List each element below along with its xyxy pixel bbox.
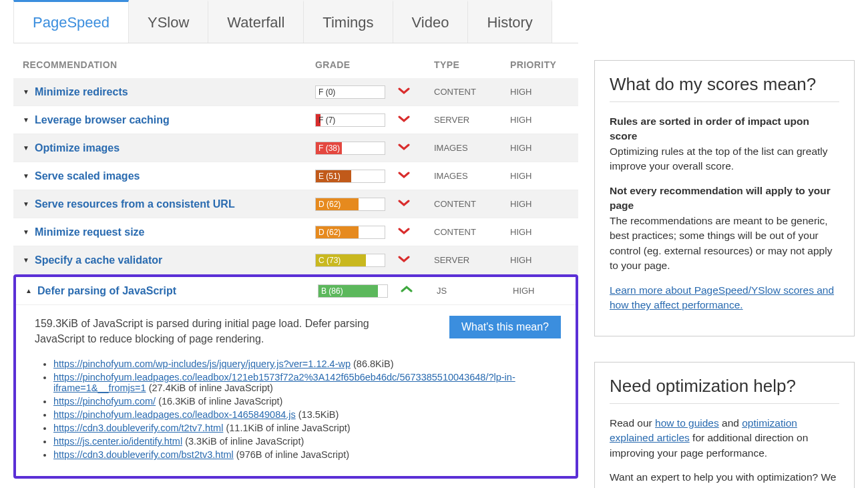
resource-link[interactable]: https://pinchofyum.com/ xyxy=(53,396,156,407)
tab-history[interactable]: History xyxy=(468,0,552,43)
type-value: CONTENT xyxy=(434,227,510,237)
priority-value: HIGH xyxy=(510,227,569,237)
list-item: https://js.center.io/identify.html (3.3K… xyxy=(53,435,557,448)
panel-title: What do my scores mean? xyxy=(610,74,839,95)
table-row[interactable]: ▼Serve resources from a consistent URLD … xyxy=(13,190,578,218)
tab-yslow[interactable]: YSlow xyxy=(129,0,208,43)
arrow-down-icon xyxy=(398,169,414,183)
resource-size: (3.3KiB of inline JavaScript) xyxy=(182,436,304,447)
type-value: IMAGES xyxy=(434,171,510,181)
tab-waterfall[interactable]: Waterfall xyxy=(208,0,304,43)
arrow-up-icon xyxy=(401,284,417,298)
tab-timings[interactable]: Timings xyxy=(304,0,393,43)
arrow-down-icon xyxy=(398,141,414,155)
table-row[interactable]: ▼Specify a cache validatorC (73)SERVERHI… xyxy=(13,246,578,274)
grade-cell: F (7) xyxy=(315,113,398,127)
grade-bar: F (0) xyxy=(315,85,385,99)
table-row[interactable]: ▼Optimize imagesF (38)IMAGESHIGH xyxy=(13,134,578,162)
list-item: https://cdn3.doubleverify.com/bst2tv3.ht… xyxy=(53,448,557,461)
type-value: CONTENT xyxy=(434,87,510,97)
grade-cell: F (38) xyxy=(315,142,398,155)
learn-more-link[interactable]: Learn more about PageSpeed/YSlow scores … xyxy=(610,284,834,310)
arrow-down-icon xyxy=(398,253,414,267)
chevron-down-icon: ▼ xyxy=(23,172,35,180)
header-type: TYPE xyxy=(434,59,510,70)
grade-cell: D (62) xyxy=(315,198,398,211)
table-row[interactable]: ▼Leverage browser cachingF (7)SERVERHIGH xyxy=(13,106,578,134)
resource-size: (16.3KiB of inline JavaScript) xyxy=(156,396,282,407)
recommendation-title[interactable]: Serve resources from a consistent URL xyxy=(35,198,315,210)
grade-label: D (62) xyxy=(316,200,341,209)
panel-text: Want an expert to help you with optimiza… xyxy=(610,470,839,488)
guides-link[interactable]: how to guides xyxy=(655,417,719,429)
panel-text: Optimizing rules at the top of the list … xyxy=(610,146,828,172)
main-content: PageSpeed YSlow Waterfall Timings Video … xyxy=(13,0,578,488)
recommendation-title[interactable]: Specify a cache validator xyxy=(35,254,315,266)
grade-cell: B (86) xyxy=(318,284,401,298)
resource-size: (86.8KiB) xyxy=(351,358,393,369)
recommendation-title[interactable]: Optimize images xyxy=(35,142,315,154)
grade-bar: D (62) xyxy=(315,198,385,211)
panel-text: The recommendations are meant to be gene… xyxy=(610,215,832,271)
arrow-down-icon xyxy=(398,197,414,211)
grade-cell: D (62) xyxy=(315,226,398,239)
tab-video[interactable]: Video xyxy=(393,0,469,43)
resource-size: (11.1KiB of inline JavaScript) xyxy=(223,423,350,433)
list-item: https://pinchofyum.leadpages.co/leadbox/… xyxy=(53,371,557,395)
resource-link[interactable]: https://js.center.io/identify.html xyxy=(53,436,182,447)
recommendation-title[interactable]: Minimize request size xyxy=(35,226,315,238)
grade-bar: D (62) xyxy=(315,226,385,239)
panel-text: Read our how to guides and optimization … xyxy=(610,416,839,461)
grade-label: F (38) xyxy=(316,144,340,153)
grade-bar: B (86) xyxy=(318,284,388,298)
resource-link[interactable]: https://cdn3.doubleverify.com/t2tv7.html xyxy=(53,423,223,433)
chevron-down-icon: ▼ xyxy=(23,256,35,264)
panel-subhead: Not every recommendation will apply to y… xyxy=(610,185,831,211)
chevron-up-icon: ▲ xyxy=(25,287,37,294)
whats-this-mean-button[interactable]: What's this mean? xyxy=(449,316,561,338)
recommendation-detail: 159.3KiB of JavaScript is parsed during … xyxy=(16,305,576,476)
table-row[interactable]: ▼Minimize redirectsF (0)CONTENTHIGH xyxy=(13,78,578,106)
tab-pagespeed[interactable]: PageSpeed xyxy=(13,0,129,43)
table-row[interactable]: ▼Serve scaled imagesE (51)IMAGESHIGH xyxy=(13,162,578,190)
resource-link[interactable]: https://pinchofyum.com/wp-includes/js/jq… xyxy=(53,358,351,369)
grade-bar: F (7) xyxy=(315,113,385,127)
recommendation-title[interactable]: Serve scaled images xyxy=(35,170,315,182)
resource-link[interactable]: https://pinchofyum.leadpages.co/leadbox-… xyxy=(53,409,296,420)
resource-size: (27.4KiB of inline JavaScript) xyxy=(146,383,273,393)
table-row[interactable]: ▼Minimize request sizeD (62)CONTENTHIGH xyxy=(13,218,578,246)
grade-label: B (86) xyxy=(318,286,343,296)
grade-label: F (7) xyxy=(316,115,335,125)
resource-size: (13.5KiB) xyxy=(296,409,339,420)
chevron-down-icon: ▼ xyxy=(23,228,35,236)
header-priority: PRIORITY xyxy=(510,59,569,70)
recommendation-title[interactable]: Defer parsing of JavaScript xyxy=(37,285,318,297)
grade-label: C (73) xyxy=(316,256,341,265)
list-item: https://cdn3.doubleverify.com/t2tv7.html… xyxy=(53,421,557,435)
type-value: SERVER xyxy=(434,255,510,265)
sidebar: What do my scores mean? Rules are sorted… xyxy=(594,0,855,488)
resource-link[interactable]: https://cdn3.doubleverify.com/bst2tv3.ht… xyxy=(53,449,234,460)
list-item: https://pinchofyum.leadpages.co/leadbox-… xyxy=(53,408,557,421)
header-grade: GRADE xyxy=(315,59,434,70)
priority-value: HIGH xyxy=(510,171,569,181)
tabs: PageSpeed YSlow Waterfall Timings Video … xyxy=(13,0,578,43)
resource-link[interactable]: https://pinchofyum.leadpages.co/leadbox/… xyxy=(53,372,515,393)
recommendation-title[interactable]: Minimize redirects xyxy=(35,86,315,98)
priority-value: HIGH xyxy=(510,115,569,125)
header-recommendation: RECOMMENDATION xyxy=(23,59,315,70)
grade-bar: C (73) xyxy=(315,254,385,267)
panel-title: Need optimization help? xyxy=(610,376,839,397)
recommendation-title[interactable]: Leverage browser caching xyxy=(35,114,315,126)
list-item: https://pinchofyum.com/ (16.3KiB of inli… xyxy=(53,395,557,408)
scores-panel: What do my scores mean? Rules are sorted… xyxy=(594,60,855,336)
priority-value: HIGH xyxy=(510,87,569,97)
type-value: CONTENT xyxy=(434,199,510,209)
list-item: https://pinchofyum.com/wp-includes/js/jq… xyxy=(53,357,557,371)
priority-value: HIGH xyxy=(510,255,569,265)
chevron-down-icon: ▼ xyxy=(23,88,35,95)
chevron-down-icon: ▼ xyxy=(23,200,35,208)
priority-value: HIGH xyxy=(510,143,569,153)
table-header: RECOMMENDATION GRADE TYPE PRIORITY xyxy=(13,43,578,78)
table-row[interactable]: ▲ Defer parsing of JavaScript B (86) JS … xyxy=(16,277,576,305)
